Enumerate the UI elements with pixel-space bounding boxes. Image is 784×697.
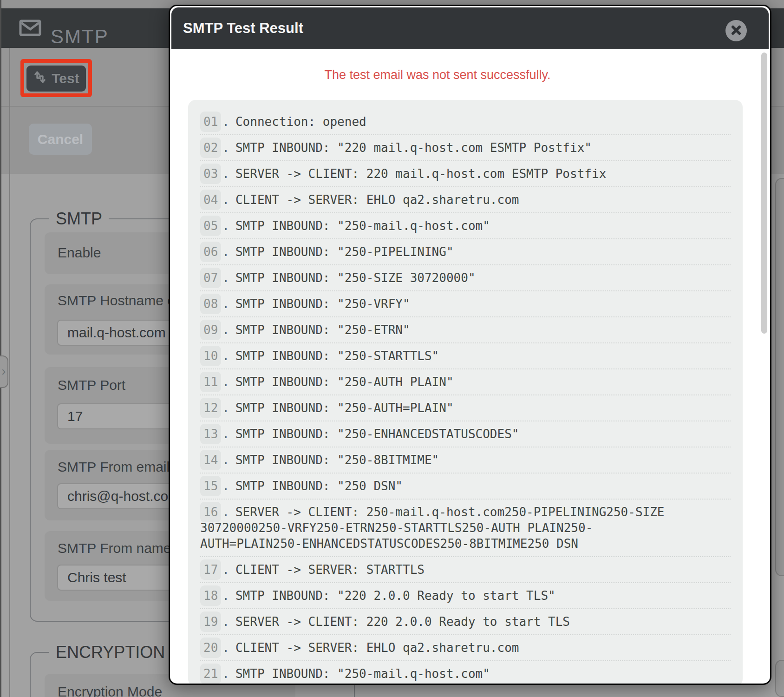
screen: SMTP Test Cancel SMTP Enable SMTP Hostna… xyxy=(0,0,784,697)
log-line-text: SMTP INBOUND: "250-SIZE 30720000" xyxy=(235,271,476,285)
log-line-number-separator xyxy=(222,323,229,337)
log-line-number: 15 xyxy=(200,476,221,496)
log-list: 01Connection: opened02SMTP INBOUND: "220… xyxy=(188,100,743,685)
log-line: 13SMTP INBOUND: "250-ENHANCEDSTATUSCODES… xyxy=(200,421,731,447)
log-line-number: 08 xyxy=(200,294,221,314)
from-email-label: SMTP From email a xyxy=(58,459,181,475)
log-line-number: 02 xyxy=(200,138,221,158)
log-line-number-separator xyxy=(222,245,229,259)
log-line-number: 05 xyxy=(200,216,221,236)
log-line-number: 01 xyxy=(200,112,221,132)
log-line-number-separator xyxy=(222,505,229,519)
log-line-text: CLIENT -> SERVER: EHLO qa2.sharetru.com xyxy=(235,193,519,207)
dialog-title: SMTP Test Result xyxy=(183,7,303,49)
x-circle-icon xyxy=(731,25,741,37)
red-highlight-annotation xyxy=(20,59,92,97)
log-line-number: 10 xyxy=(200,346,221,366)
log-line: 05SMTP INBOUND: "250-mail.q-host.com" xyxy=(200,212,731,238)
log-line-number: 07 xyxy=(200,268,221,288)
log-line: 10SMTP INBOUND: "250-STARTTLS" xyxy=(200,342,731,368)
log-line-number-separator xyxy=(222,589,229,603)
log-line-number: 06 xyxy=(200,242,221,262)
sidebar-expand-tab[interactable]: › xyxy=(0,355,8,388)
log-line: 14SMTP INBOUND: "250-8BITMIME" xyxy=(200,447,731,473)
log-line-number: 14 xyxy=(200,450,221,470)
log-line-number-separator xyxy=(222,193,229,207)
envelope-icon xyxy=(19,20,41,38)
smtp-log-panel: 01Connection: opened02SMTP INBOUND: "220… xyxy=(188,100,743,685)
log-line-number: 13 xyxy=(200,424,221,444)
log-line-number-separator xyxy=(222,615,229,629)
right-panel-edge-lower xyxy=(775,660,784,697)
log-line-text: SMTP INBOUND: "250-ENHANCEDSTATUSCODES" xyxy=(235,427,519,441)
encryption-mode-label: Encryption Mode xyxy=(58,684,162,697)
chevron-right-icon: › xyxy=(1,364,6,378)
log-line: 17CLIENT -> SERVER: STARTTLS xyxy=(200,556,731,582)
log-line-text: Connection: opened xyxy=(235,115,366,129)
log-line-number-separator xyxy=(222,401,229,415)
log-line-text: SMTP INBOUND: "250-mail.q-host.com" xyxy=(235,219,490,233)
log-line-text: SMTP INBOUND: "250-8BITMIME" xyxy=(235,453,439,467)
log-line-number-separator xyxy=(222,427,229,441)
log-line: 16SERVER -> CLIENT: 250-mail.q-host.com2… xyxy=(200,499,731,556)
smtp-test-result-dialog: SMTP Test Result The test email was not … xyxy=(169,5,771,685)
log-line-text: SMTP INBOUND: "250-VRFY" xyxy=(235,297,410,311)
log-line-number-separator xyxy=(222,563,229,577)
log-line-text: SERVER -> CLIENT: 250-mail.q-host.com250… xyxy=(200,505,665,551)
log-line-text: SMTP INBOUND: "250-mail.q-host.com" xyxy=(235,667,490,681)
dialog-body: The test email was not sent successfully… xyxy=(171,68,769,685)
log-line-number-separator xyxy=(222,641,229,655)
log-line-text: SMTP INBOUND: "250-ETRN" xyxy=(235,323,410,337)
log-line-number-separator xyxy=(222,271,229,285)
log-line-text: SERVER -> CLIENT: 220 mail.q-host.com ES… xyxy=(235,167,606,181)
log-line-number: 20 xyxy=(200,638,221,658)
log-line-text: SMTP INBOUND: "250-AUTH=PLAIN" xyxy=(235,401,454,415)
log-line-text: SMTP INBOUND: "250-PIPELINING" xyxy=(235,245,454,259)
scrollbar-thumb[interactable] xyxy=(761,53,767,334)
log-line-number: 09 xyxy=(200,320,221,340)
log-line-number-separator xyxy=(222,167,229,181)
enable-label: Enable xyxy=(58,245,101,261)
log-line-number: 17 xyxy=(200,559,221,580)
dialog-header: SMTP Test Result xyxy=(171,7,769,49)
log-line-number-separator xyxy=(222,453,229,467)
log-line-number: 04 xyxy=(200,190,221,210)
log-line-text: SMTP INBOUND: "220 2.0.0 Ready to start … xyxy=(235,589,555,603)
log-line-text: CLIENT -> SERVER: STARTTLS xyxy=(235,563,425,577)
log-line-number-separator xyxy=(222,115,229,129)
log-line-text: SMTP INBOUND: "250-AUTH PLAIN" xyxy=(235,375,454,389)
log-line: 03SERVER -> CLIENT: 220 mail.q-host.com … xyxy=(200,160,731,186)
log-line-text: CLIENT -> SERVER: EHLO qa2.sharetru.com xyxy=(235,641,519,655)
log-line: 15SMTP INBOUND: "250 DSN" xyxy=(200,473,731,499)
log-line-number: 21 xyxy=(200,664,221,684)
log-line-number-separator xyxy=(222,297,229,311)
log-line: 19SERVER -> CLIENT: 220 2.0.0 Ready to s… xyxy=(200,608,731,634)
log-line: 02SMTP INBOUND: "220 mail.q-host.com ESM… xyxy=(200,134,731,160)
log-line: 21SMTP INBOUND: "250-mail.q-host.com" xyxy=(200,660,731,685)
log-line: 09SMTP INBOUND: "250-ETRN" xyxy=(200,316,731,342)
log-line-text: SERVER -> CLIENT: 220 2.0.0 Ready to sta… xyxy=(235,615,570,629)
log-line-number-separator xyxy=(222,141,229,155)
log-line: 01Connection: opened xyxy=(200,109,731,134)
log-line: 08SMTP INBOUND: "250-VRFY" xyxy=(200,290,731,316)
log-line-number: 12 xyxy=(200,398,221,418)
log-line-number-separator xyxy=(222,375,229,389)
panel-divider xyxy=(9,48,10,697)
log-line-number: 11 xyxy=(200,372,221,392)
log-line: 12SMTP INBOUND: "250-AUTH=PLAIN" xyxy=(200,395,731,421)
right-panel-edge xyxy=(775,178,784,576)
close-button[interactable] xyxy=(725,20,747,41)
log-line: 06SMTP INBOUND: "250-PIPELINING" xyxy=(200,238,731,264)
log-line-number-separator xyxy=(222,349,229,363)
log-line-text: SMTP INBOUND: "250-STARTTLS" xyxy=(235,349,439,363)
log-line: 20CLIENT -> SERVER: EHLO qa2.sharetru.co… xyxy=(200,634,731,660)
cancel-button[interactable]: Cancel xyxy=(29,124,92,155)
log-line: 18SMTP INBOUND: "220 2.0.0 Ready to star… xyxy=(200,582,731,608)
log-line: 04CLIENT -> SERVER: EHLO qa2.sharetru.co… xyxy=(200,186,731,212)
log-line-number: 03 xyxy=(200,164,221,184)
log-line-number-separator xyxy=(222,219,229,233)
log-line-text: SMTP INBOUND: "220 mail.q-host.com ESMTP… xyxy=(235,141,592,155)
hostname-label: SMTP Hostname or xyxy=(58,293,180,309)
smtp-fieldset-legend: SMTP xyxy=(49,209,109,229)
from-name-label: SMTP From name xyxy=(58,540,171,556)
